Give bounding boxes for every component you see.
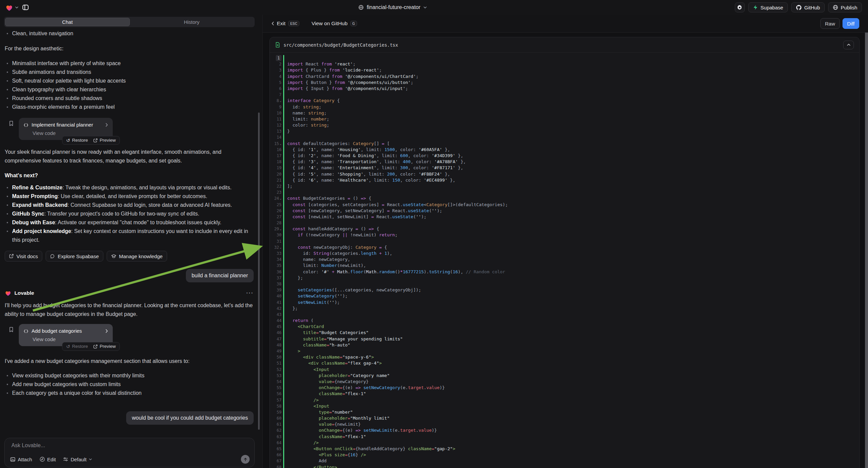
chat-scrollbar[interactable] (258, 113, 260, 430)
supabase-icon (753, 5, 758, 10)
chat-panel: Chat History Clean, intuitive navigation… (0, 15, 262, 468)
version-card-label: Implement financial planner (32, 120, 93, 129)
code-line: 48 className="h-auto" (270, 342, 859, 348)
panel-icon (22, 4, 29, 11)
send-button[interactable] (241, 455, 250, 464)
chevron-down-icon[interactable] (15, 6, 19, 8)
view-on-github-button[interactable]: View on GitHub G (311, 21, 357, 27)
code-line: 52 <Input (270, 367, 859, 373)
fold-toggle-icon[interactable]: ⌄ (280, 98, 281, 104)
design-heading: For the design aesthetic: (5, 44, 254, 53)
code-line: 62 onChange={(e) => setNewLimit(e.target… (270, 428, 859, 433)
file-path: src/components/budget/BudgetCategories.t… (283, 42, 398, 48)
code-line: 50 <div className="space-y-6"> (270, 354, 859, 360)
github-button[interactable]: GitHub (791, 2, 825, 12)
message-menu-button[interactable]: ··· (246, 289, 254, 297)
code-line: 36 color: '#' + Math.floor(Math.random()… (270, 269, 859, 275)
settings-button[interactable] (735, 2, 745, 12)
list-item: Debug with Ease: Activate our experiment… (5, 218, 254, 227)
code-line: 57 /> (270, 397, 859, 403)
lovable-logo-icon[interactable] (5, 4, 13, 11)
external-link-icon (9, 254, 14, 259)
code-line: 4import ChartCard from '@/components/ui/… (270, 74, 859, 80)
card-actions: ↺Restore Preview (62, 342, 120, 351)
code-line: 33 id: String(categories.length + 1), (270, 251, 859, 257)
collapse-file-button[interactable] (843, 40, 854, 49)
code-line: 54 value={newCategory} (270, 379, 859, 385)
mode-select[interactable]: Default (63, 457, 92, 462)
added-heading: I've added a new budget categories manag… (5, 357, 254, 365)
code-line: 8⌄interface Category { (270, 98, 859, 104)
attach-image-icon (10, 457, 16, 462)
fold-toggle-icon[interactable]: ⌄ (280, 141, 281, 147)
code-icon (24, 329, 29, 333)
code-line: 53 placeholder="Category name" (270, 373, 859, 379)
window-scrollbar[interactable] (865, 33, 868, 468)
code-line: 27 const [newLimit, setNewLimit] = React… (270, 214, 859, 220)
code-line: 59 type="number" (270, 409, 859, 415)
chat-messages: Clean, intuitive navigation For the desi… (0, 28, 262, 438)
preview-button[interactable]: Preview (93, 136, 116, 145)
chat-history-tabs: Chat History (4, 17, 255, 27)
visit-docs-button[interactable]: Visit docs (5, 251, 42, 262)
raw-toggle-button[interactable]: Raw (820, 18, 840, 29)
bookmark-icon[interactable] (9, 120, 14, 126)
code-line: 37 }; (270, 275, 859, 281)
explore-supabase-button[interactable]: Explore Supabase (45, 251, 103, 262)
code-line: 29⌄ const handleAddCategory = () => { (270, 226, 859, 232)
restore-button[interactable]: ↺Restore (66, 136, 88, 145)
version-card-label: Add budget categories (32, 327, 82, 335)
code-line: 64 /> (270, 440, 859, 446)
fold-toggle-icon[interactable]: ⌄ (280, 226, 281, 232)
fold-toggle-icon[interactable]: ⌄ (280, 195, 281, 201)
file-card: src/components/budget/BudgetCategories.t… (270, 37, 860, 468)
user-message-2: would be cool if you could add budget ca… (126, 411, 254, 425)
file-header[interactable]: src/components/budget/BudgetCategories.t… (270, 37, 859, 53)
edit-button[interactable]: Edit (39, 457, 56, 462)
exit-button[interactable]: Exit ESC (272, 21, 299, 27)
edit-icon (39, 457, 45, 462)
chat-bubble-icon (50, 254, 55, 259)
diff-toggle-button[interactable]: Diff (842, 18, 859, 29)
file-added-icon (275, 42, 280, 48)
supabase-button[interactable]: Supabase (748, 2, 788, 12)
code-line: 5import { Button } from '@/components/ui… (270, 80, 859, 86)
code-line: 45 <ChartCard (270, 324, 859, 330)
code-line: 2import React from 'react'; (270, 61, 859, 67)
code-line: 35 limit: Number(newLimit), (270, 263, 859, 269)
chevron-right-icon (105, 329, 108, 333)
arrow-up-icon (243, 457, 248, 462)
chat-input[interactable] (11, 442, 248, 449)
code-line: 17 { id: '2', name: 'Food & Dining', lim… (270, 153, 859, 159)
code-line: 1 (270, 55, 859, 61)
code-line: 6import { Input } from '@/components/ui/… (270, 86, 859, 92)
chevron-left-icon (272, 22, 274, 26)
fold-toggle-icon[interactable]: ⌄ (280, 244, 281, 251)
toggle-sidebar-button[interactable] (21, 2, 31, 12)
code-lines: 12import React from 'react';3import { Pl… (270, 53, 859, 468)
tab-history[interactable]: History (130, 18, 254, 26)
bookmark-icon[interactable] (9, 327, 14, 332)
project-switcher[interactable]: financial-future-creator (358, 0, 427, 15)
project-name: financial-future-creator (367, 4, 421, 10)
version-card-2-wrap: Add budget categories View code ↺Restore… (19, 324, 113, 346)
restore-button[interactable]: ↺Restore (66, 342, 88, 351)
code-line: 58 <Input (270, 403, 859, 409)
lovable-avatar (5, 290, 11, 296)
preview-button[interactable]: Preview (93, 342, 116, 351)
publish-button[interactable]: Publish (828, 2, 862, 12)
code-line: 44 return ( (270, 318, 859, 324)
code-line: 25 const [categories, setCategories] = R… (270, 202, 859, 208)
manage-knowledge-button[interactable]: Manage knowledge (107, 251, 167, 262)
list-item: Expand with Backend: Connect Supabase to… (5, 201, 254, 209)
tab-chat[interactable]: Chat (5, 18, 130, 26)
list-item: Soft, neutral color palette with light b… (5, 77, 254, 85)
list-item: Glass-morphic elements for a premium fee… (5, 103, 254, 112)
sliders-icon (63, 457, 68, 462)
code-line: 22]; (270, 183, 859, 189)
code-line: 23 (270, 189, 859, 195)
code-header: Exit ESC View on GitHub G Raw Diff (263, 15, 868, 33)
list-item: Clean typography with clear hierarchies (5, 85, 254, 94)
attach-button[interactable]: Attach (10, 457, 32, 462)
card-actions: ↺Restore Preview (62, 136, 120, 145)
